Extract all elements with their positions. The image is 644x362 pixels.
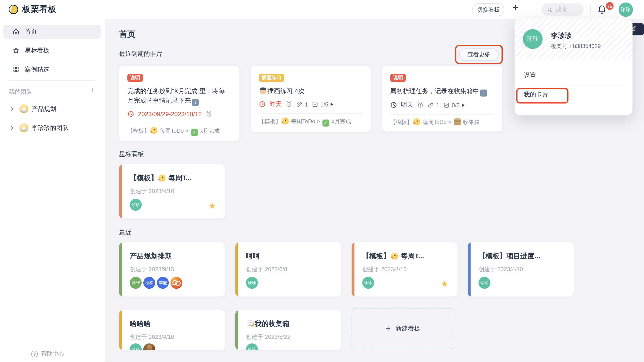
header-divider [535,4,535,14]
member-avatar: 珍珍 [478,277,490,289]
member-avatar: 福栋 [143,277,155,289]
add-board-icon[interactable]: + [513,2,518,14]
board-card[interactable]: 【模板】 每周T... 创建于 2023/4/10 珍珍 ★ [119,164,225,218]
app-window: 板栗看板 切换看板 + 搜索 75 珍珍 [0,0,644,362]
member-avatar: 珍珍 [130,343,142,350]
board-title: 产品规划排期 [130,251,218,261]
board-card[interactable]: 我的收集箱 创建于 2023/5/22 珍珍 [236,310,342,350]
artist-emoji [260,88,267,95]
search-placeholder: 搜索 [556,6,567,13]
sidebar-item-starred-boards[interactable]: 星标看板 [3,44,101,58]
board-title: 我的收集箱 [246,319,335,329]
user-name: 李珍珍 [551,31,572,40]
card-title: 周初梳理任务，记录在收集箱中 [390,86,494,96]
help-center-link[interactable]: ? 帮助中心 [31,350,64,358]
board-card[interactable]: 【模板】 每周T... 创建于 2023/4/10 珍珍 ★ [352,242,458,296]
chick-emoji [391,253,398,260]
member-avatar: 珍珍 [130,199,142,210]
board-card[interactable]: 哈哈哈 创建于 2023/4/10 珍珍 [119,310,225,350]
sidebar-team-lizhenzhen[interactable]: 李珍珍的团队 [0,122,105,133]
board-title: 【模板】 每周T... [130,174,218,183]
member-avatar: 珍珍 [246,343,258,350]
due-card[interactable]: 说明 周初梳理任务，记录在收集箱中 明天 [382,66,502,131]
board-title: 哈哈哈 [130,319,218,329]
card-breadcrumb: 【模板】 每周ToDo > x月完成 [259,114,363,132]
board-card[interactable]: 产品规划排期 创建于 2023/9/15 云雀 福栋 车能 [119,242,225,296]
annotation-box-my-cards [516,88,568,104]
switch-board-button[interactable]: 切换看板 [472,3,504,16]
checklist-icon [443,102,450,108]
team-avatar [20,123,28,132]
team-label: 李珍珍的团队 [32,124,68,132]
page-title: 首页 [119,29,135,40]
board-created-date: 创建于 2023/9/15 [130,266,174,273]
new-board-button[interactable]: + 新建看板 [352,308,454,349]
chick-emoji [282,117,289,124]
card-tag: 说明 [127,74,143,82]
attachment-count: 1 [436,102,440,108]
alarm-icon [417,102,424,108]
grid-icon [12,66,20,73]
top-bar: 板栗看板 切换看板 + 搜索 75 珍珍 [0,0,644,19]
member-avatar: 车能 [157,277,169,289]
check-emoji [191,129,198,136]
card-title: 完成的任务放到“X月完成”里，将每月完成的事情记录下来 [127,86,231,106]
teams-section-title: 我的团队 [9,88,32,96]
starred-section-label: 星标看板 [119,150,144,158]
header-divider [590,4,591,14]
caret-icon[interactable] [462,104,464,107]
member-avatar [170,277,182,289]
new-board-label: 新建看板 [396,324,420,332]
star-icon[interactable]: ★ [441,279,448,288]
chick-emoji [413,118,420,126]
card-title: 插画练习 4次 [259,86,363,96]
caret-icon[interactable] [331,102,333,106]
alarm-icon [286,100,293,108]
due-date: 2023/09/29-2023/10/12 [138,110,202,118]
sidebar-team-product-planning[interactable]: 产品规划 [0,104,105,114]
chick-emoji [158,174,166,182]
board-card[interactable]: 呵呵 创建于 2023/6/8 珍珍 [236,242,342,296]
due-card[interactable]: 说明 完成的任务放到“X月完成”里，将每月完成的事情记录下来 2023/09/2… [119,66,240,141]
due-date: 明天 [401,101,413,109]
sidebar-item-home[interactable]: 首页 [3,24,101,38]
help-label: 帮助中心 [41,350,64,358]
due-card[interactable]: 插画练习 插画练习 4次 昨天 [250,66,371,132]
sidebar-item-label: 首页 [24,28,37,36]
member-avatar [143,343,155,350]
memo-emoji [247,320,254,328]
chevron-right-icon[interactable] [10,106,14,112]
member-avatar: 珍珍 [362,277,374,289]
app-logo[interactable]: 板栗看板 [8,4,57,15]
board-created-date: 创建于 2023/4/10 [478,266,523,273]
user-avatar[interactable]: 珍珍 [618,2,633,17]
home-icon [12,28,20,35]
box-emoji [454,118,461,126]
paperclip-icon [428,102,434,108]
menu-divider [524,85,624,86]
search-input[interactable]: 搜索 [541,3,584,16]
card-tag: 插画练习 [259,74,284,82]
checklist-ratio: 0/3 [452,102,460,108]
checklist-ratio: 1/5 [320,101,328,108]
paperclip-icon [296,101,303,108]
team-label: 产品规划 [32,105,56,113]
board-title: 【模板】 每周T... [362,251,451,261]
due-cards-section-label: 最近到期的卡片 [119,50,162,58]
attachment-count: 1 [305,101,308,108]
card-breadcrumb: 【模板】 每周ToDo > 收集箱 [390,114,494,131]
star-icon[interactable]: ★ [208,201,216,210]
menu-item-settings[interactable]: 设置 [524,71,536,79]
chevron-right-icon[interactable] [10,125,14,130]
board-created-date: 创建于 2023/6/8 [246,266,287,273]
board-card[interactable]: 【模板】项目进度... 创建于 2023/4/10 珍珍 [468,242,574,296]
chick-emoji [150,127,157,134]
due-date: 昨天 [270,100,282,108]
board-title: 【模板】项目进度... [478,251,567,261]
add-team-icon[interactable]: + [90,86,95,95]
sidebar-item-featured-cases[interactable]: 案例精选 [3,62,101,76]
notification-badge: 75 [605,1,614,11]
checklist-icon [312,101,318,108]
search-icon [547,6,553,12]
user-account-id: 板栗号：b38354029 [551,43,601,50]
